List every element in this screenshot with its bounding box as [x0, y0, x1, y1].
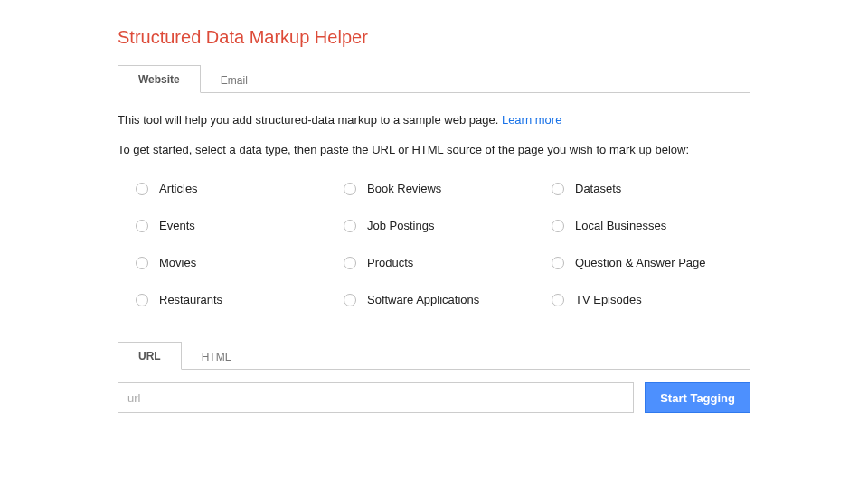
option-software-applications[interactable]: Software Applications	[344, 293, 542, 306]
page-title: Structured Data Markup Helper	[118, 27, 750, 48]
option-book-reviews[interactable]: Book Reviews	[344, 182, 542, 195]
start-tagging-button[interactable]: Start Tagging	[645, 382, 750, 413]
url-input[interactable]	[118, 382, 634, 413]
tab-html[interactable]: HTML	[182, 344, 251, 370]
radio-icon	[136, 294, 148, 306]
radio-icon	[344, 183, 356, 195]
option-label: Job Postings	[367, 219, 434, 232]
radio-icon	[344, 294, 356, 306]
option-products[interactable]: Products	[344, 256, 542, 269]
option-label: Events	[159, 219, 195, 232]
option-label: Restaurants	[159, 293, 222, 306]
option-label: TV Episodes	[575, 293, 642, 306]
instructions-text: To get started, select a data type, then…	[118, 143, 750, 156]
tab-website[interactable]: Website	[118, 65, 201, 93]
option-label: Datasets	[575, 182, 621, 195]
radio-icon	[344, 257, 356, 269]
radio-icon	[136, 220, 148, 232]
radio-icon	[552, 183, 564, 195]
main-tabbar: Website Email	[118, 64, 750, 93]
learn-more-link[interactable]: Learn more	[502, 113, 561, 127]
radio-icon	[552, 257, 564, 269]
option-label: Question & Answer Page	[575, 256, 706, 269]
option-tv-episodes[interactable]: TV Episodes	[552, 293, 750, 306]
option-restaurants[interactable]: Restaurants	[136, 293, 335, 306]
option-label: Products	[367, 256, 413, 269]
option-articles[interactable]: Articles	[136, 182, 335, 195]
option-label: Movies	[159, 256, 196, 269]
source-tabbar: URL HTML	[118, 341, 750, 370]
data-type-grid: Articles Book Reviews Datasets Events Jo…	[118, 173, 750, 315]
option-label: Local Businesses	[575, 219, 666, 232]
option-label: Book Reviews	[367, 182, 441, 195]
tab-url[interactable]: URL	[118, 342, 182, 370]
option-events[interactable]: Events	[136, 219, 335, 232]
option-label: Articles	[159, 182, 198, 195]
intro-paragraph: This tool will help you add structured-d…	[118, 113, 750, 127]
option-datasets[interactable]: Datasets	[552, 182, 750, 195]
option-local-businesses[interactable]: Local Businesses	[552, 219, 750, 232]
radio-icon	[344, 220, 356, 232]
intro-text: This tool will help you add structured-d…	[118, 113, 502, 127]
input-row: Start Tagging	[118, 382, 750, 413]
option-qa-page[interactable]: Question & Answer Page	[552, 256, 750, 269]
option-job-postings[interactable]: Job Postings	[344, 219, 542, 232]
radio-icon	[136, 257, 148, 269]
tab-email[interactable]: Email	[201, 67, 268, 93]
radio-icon	[136, 183, 148, 195]
option-movies[interactable]: Movies	[136, 256, 335, 269]
radio-icon	[552, 220, 564, 232]
radio-icon	[552, 294, 564, 306]
option-label: Software Applications	[367, 293, 479, 306]
